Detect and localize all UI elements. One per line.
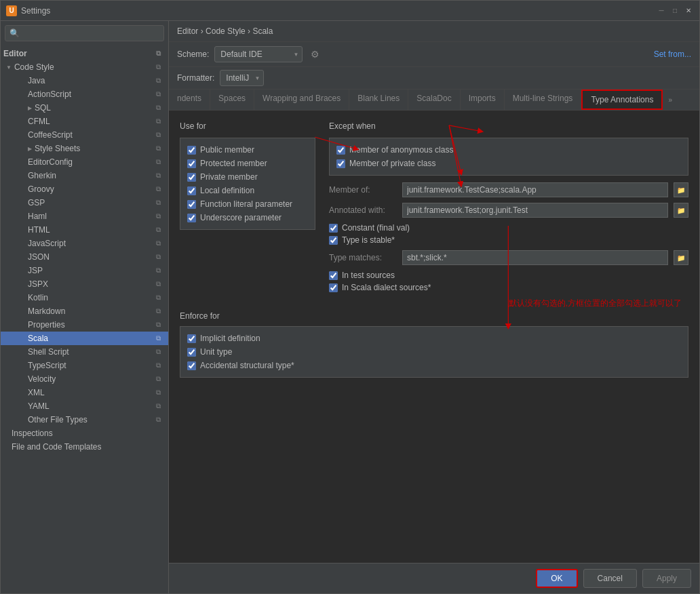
checkbox-unit-type-input[interactable] — [187, 348, 196, 357]
sidebar-item-javascript[interactable]: JavaScript ⧉ — [1, 237, 168, 250]
shell-script-label: Shell Script — [28, 347, 69, 357]
minimize-button[interactable]: ─ — [656, 5, 667, 16]
sidebar-item-typescript[interactable]: TypeScript ⧉ — [1, 359, 168, 372]
breadcrumb-sep1: › — [201, 26, 206, 36]
checkbox-private-class[interactable]: Member of private class — [336, 159, 681, 168]
checkbox-underscore-param[interactable]: Underscore parameter — [187, 213, 308, 222]
sidebar-item-markdown[interactable]: Markdown ⧉ — [1, 304, 168, 318]
ok-button[interactable]: OK — [536, 569, 577, 588]
maximize-button[interactable]: □ — [669, 5, 680, 16]
copy-icon-kotlin: ⧉ — [153, 293, 163, 302]
tab-wrapping[interactable]: Wrapping and Braces — [254, 90, 349, 110]
tab-blank-lines[interactable]: Blank Lines — [349, 90, 408, 110]
sidebar-item-yaml[interactable]: YAML ⧉ — [1, 399, 168, 413]
checkbox-underscore-param-input[interactable] — [187, 214, 196, 222]
checkbox-function-literal-input[interactable] — [187, 200, 196, 209]
checkbox-type-stable[interactable]: Type is stable* — [329, 235, 688, 245]
close-button[interactable]: ✕ — [683, 5, 694, 16]
annotated-with-input[interactable] — [402, 203, 668, 218]
except-when-title: Except when — [329, 121, 688, 131]
sidebar-item-gsp[interactable]: GSP ⧉ — [1, 196, 168, 210]
sidebar-item-other-file-types[interactable]: Other File Types ⧉ — [1, 413, 168, 427]
checkbox-private-member-input[interactable] — [187, 173, 196, 182]
annotated-with-browse-btn[interactable]: 📁 — [674, 203, 688, 218]
checkbox-accidental-structural[interactable]: Accidental structural type* — [187, 361, 681, 370]
checkbox-unit-type[interactable]: Unit type — [187, 347, 681, 357]
sidebar-item-editor[interactable]: Editor ⧉ — [1, 47, 168, 60]
checkbox-in-test-input[interactable] — [329, 271, 338, 280]
tab-scaladoc[interactable]: ScalaDoc — [408, 90, 460, 110]
sidebar-item-json[interactable]: JSON ⧉ — [1, 250, 168, 264]
sidebar-item-velocity[interactable]: Velocity ⧉ — [1, 372, 168, 386]
sidebar-item-inspections[interactable]: Inspections — [1, 427, 168, 440]
type-matches-input[interactable] — [402, 250, 668, 265]
checkbox-in-scala-dialect-input[interactable] — [329, 283, 338, 292]
checkbox-constant[interactable]: Constant (final val) — [329, 223, 688, 233]
sidebar-item-jsp[interactable]: JSP ⧉ — [1, 264, 168, 277]
tab-multi-line[interactable]: Multi-line Strings — [505, 90, 582, 110]
checkbox-local-definition-input[interactable] — [187, 186, 196, 195]
sidebar-item-shell-script[interactable]: Shell Script ⧉ — [1, 345, 168, 359]
breadcrumb-scala: Scala — [252, 26, 273, 36]
checkbox-private-class-input[interactable] — [336, 159, 345, 168]
except-when-group: Member of anonymous class Member of priv… — [329, 138, 688, 176]
apply-button[interactable]: Apply — [642, 569, 691, 588]
tab-indents[interactable]: ndents — [169, 90, 210, 110]
search-input[interactable] — [22, 28, 159, 38]
search-box[interactable]: 🔍 — [5, 25, 164, 41]
checkbox-anonymous-class-input[interactable] — [336, 146, 345, 155]
checkbox-implicit-def[interactable]: Implicit definition — [187, 334, 681, 343]
tab-spaces[interactable]: Spaces — [210, 90, 254, 110]
sidebar-item-coffeescript[interactable]: CoffeeScript ⧉ — [1, 128, 168, 142]
sidebar-item-xml[interactable]: XML ⧉ — [1, 386, 168, 399]
sidebar-item-code-style[interactable]: ▼ Code Style ⧉ — [1, 60, 168, 74]
sidebar-item-sql[interactable]: ▶ SQL ⧉ — [1, 101, 168, 115]
checkbox-protected-member[interactable]: Protected member — [187, 159, 308, 168]
checkbox-constant-input[interactable] — [329, 224, 338, 233]
sidebar-item-scala[interactable]: Scala ⧉ — [1, 332, 168, 345]
sidebar-item-java[interactable]: Java ⧉ — [1, 74, 168, 87]
tab-type-annotations[interactable]: Type Annotations — [581, 90, 663, 110]
scheme-select[interactable]: Default IDE — [214, 46, 303, 62]
member-of-input[interactable] — [402, 182, 668, 197]
sidebar-item-jspx[interactable]: JSPX ⧉ — [1, 277, 168, 291]
gear-button[interactable]: ⚙ — [308, 47, 322, 61]
sidebar-item-editorconfig[interactable]: EditorConfig ⧉ — [1, 155, 168, 169]
sidebar-item-groovy[interactable]: Groovy ⧉ — [1, 182, 168, 196]
type-matches-browse-btn[interactable]: 📁 — [674, 250, 688, 265]
sidebar-item-cfml[interactable]: CFML ⧉ — [1, 115, 168, 128]
formatter-select[interactable]: IntelliJ — [220, 70, 264, 86]
checkbox-private-member[interactable]: Private member — [187, 172, 308, 182]
checkbox-accidental-structural-input[interactable] — [187, 361, 196, 370]
sidebar-item-properties[interactable]: Properties ⧉ — [1, 318, 168, 332]
member-of-browse-btn[interactable]: 📁 — [674, 182, 688, 197]
sidebar-item-html[interactable]: HTML ⧉ — [1, 223, 168, 237]
checkbox-implicit-def-input[interactable] — [187, 334, 196, 343]
checkbox-public-member[interactable]: Public member — [187, 145, 308, 155]
tabs-more-button[interactable]: » — [663, 90, 678, 110]
checkbox-function-literal[interactable]: Function literal parameter — [187, 199, 308, 209]
sidebar-item-gherkin[interactable]: Gherkin ⧉ — [1, 169, 168, 182]
tab-imports[interactable]: Imports — [461, 90, 505, 110]
cancel-button[interactable]: Cancel — [583, 569, 637, 588]
title-bar: U Settings ─ □ ✕ — [1, 1, 699, 21]
except-when-column: Except when Member of anonymous class Me… — [329, 121, 688, 298]
checkbox-type-stable-input[interactable] — [329, 236, 338, 245]
checkbox-anonymous-class[interactable]: Member of anonymous class — [336, 145, 681, 155]
checkbox-local-definition[interactable]: Local definition — [187, 186, 308, 195]
tab-scaladoc-label: ScalaDoc — [416, 94, 451, 103]
sidebar-item-style-sheets[interactable]: ▶ Style Sheets ⧉ — [1, 142, 168, 155]
checkbox-in-test[interactable]: In test sources — [329, 271, 688, 280]
tab-blank-lines-label: Blank Lines — [357, 94, 400, 103]
sidebar-item-file-code-templates[interactable]: File and Code Templates — [1, 440, 168, 454]
copy-icon-xml: ⧉ — [153, 388, 163, 397]
sidebar-item-haml[interactable]: Haml ⧉ — [1, 210, 168, 223]
sidebar-item-actionscript[interactable]: ActionScript ⧉ — [1, 87, 168, 101]
checkbox-in-scala-dialect[interactable]: In Scala dialect sources* — [329, 283, 688, 292]
set-from-link[interactable]: Set from... — [654, 50, 691, 59]
checkbox-protected-member-input[interactable] — [187, 159, 196, 168]
type-stable-label: Type is stable* — [342, 235, 395, 245]
scheme-select-wrap: Default IDE — [214, 46, 303, 62]
checkbox-public-member-input[interactable] — [187, 146, 196, 155]
sidebar-item-kotlin[interactable]: Kotlin ⧉ — [1, 291, 168, 304]
